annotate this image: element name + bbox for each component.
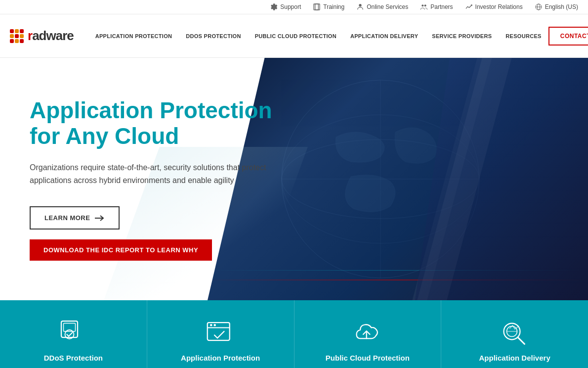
cloud-upload-icon	[353, 318, 382, 348]
svg-point-4	[424, 4, 426, 6]
main-navigation: radware APPLICATION PROTECTION DDOS PROT…	[0, 14, 588, 58]
card-app-delivery[interactable]: Application Delivery	[441, 300, 588, 368]
hero-buttons: LEARN MORE DOWNLOAD THE IDC REPORT TO LE…	[30, 206, 306, 261]
chart-icon	[465, 3, 473, 11]
nav-ddos-protection[interactable]: DDOS PROTECTION	[179, 33, 248, 39]
search-analytics-icon	[500, 318, 530, 348]
nav-actions: CONTACT	[548, 27, 588, 46]
investor-relations-link[interactable]: Investor Relations	[465, 3, 523, 11]
nav-public-cloud[interactable]: PUBLIC CLOUD PROTECTION	[248, 33, 343, 39]
support-link[interactable]: Support	[270, 3, 301, 11]
card-cloud-label: Public Cloud Protection	[326, 354, 410, 362]
shield-check-icon	[58, 318, 88, 348]
nav-app-delivery[interactable]: APPLICATION DELIVERY	[343, 33, 425, 39]
svg-rect-0	[314, 4, 318, 10]
card-ddos-label: DDoS Protection	[44, 354, 103, 362]
training-link[interactable]: Training	[313, 3, 344, 11]
online-services-label: Online Services	[367, 3, 408, 10]
svg-rect-1	[315, 4, 320, 10]
nav-resources[interactable]: RESOURCES	[499, 33, 548, 39]
language-label: English (US)	[545, 3, 578, 10]
gear-icon	[270, 3, 278, 11]
hero-title: Application Protection for Any Cloud	[30, 97, 306, 150]
logo-grid	[10, 29, 24, 43]
svg-point-24	[210, 324, 212, 326]
cards-section: DDoS Protection Application Protection P…	[0, 300, 588, 368]
online-services-link[interactable]: Online Services	[356, 3, 408, 11]
support-label: Support	[280, 3, 301, 10]
svg-point-3	[422, 4, 424, 6]
partners-link[interactable]: Partners	[420, 3, 453, 11]
top-utility-bar: Support Training Online Services Partner…	[0, 0, 588, 14]
globe-icon	[535, 3, 543, 11]
person-icon	[356, 3, 364, 11]
hero-subtitle: Organizations require state-of-the-art, …	[30, 161, 296, 186]
svg-point-25	[214, 324, 216, 326]
card-app-protection-label: Application Protection	[181, 354, 260, 362]
svg-point-2	[359, 4, 362, 6]
book-icon	[313, 3, 321, 11]
svg-line-29	[518, 337, 525, 344]
hero-section: Application Protection for Any Cloud Org…	[0, 58, 588, 300]
card-delivery-label: Application Delivery	[479, 354, 550, 362]
nav-application-protection[interactable]: APPLICATION PROTECTION	[88, 33, 179, 39]
contact-button[interactable]: CONTACT	[548, 27, 588, 46]
card-app-protection[interactable]: Application Protection	[147, 300, 294, 368]
investor-relations-label: Investor Relations	[475, 3, 523, 10]
hero-content: Application Protection for Any Cloud Org…	[0, 58, 336, 300]
language-link[interactable]: English (US)	[535, 3, 578, 11]
nav-links: APPLICATION PROTECTION DDOS PROTECTION P…	[88, 33, 548, 39]
card-cloud-protection[interactable]: Public Cloud Protection	[294, 300, 442, 368]
logo-text: radware	[28, 28, 74, 44]
partners-label: Partners	[430, 3, 453, 10]
download-report-button[interactable]: DOWNLOAD THE IDC REPORT TO LEARN WHY	[30, 239, 212, 261]
nav-service-providers[interactable]: SERVICE PROVIDERS	[425, 33, 499, 39]
training-label: Training	[323, 3, 344, 10]
arrow-right-icon	[95, 215, 105, 221]
people-icon	[420, 3, 428, 11]
learn-more-button[interactable]: LEARN MORE	[30, 206, 120, 230]
browser-check-icon	[206, 318, 235, 348]
card-ddos-protection[interactable]: DDoS Protection	[0, 300, 147, 368]
logo[interactable]: radware	[10, 28, 74, 44]
